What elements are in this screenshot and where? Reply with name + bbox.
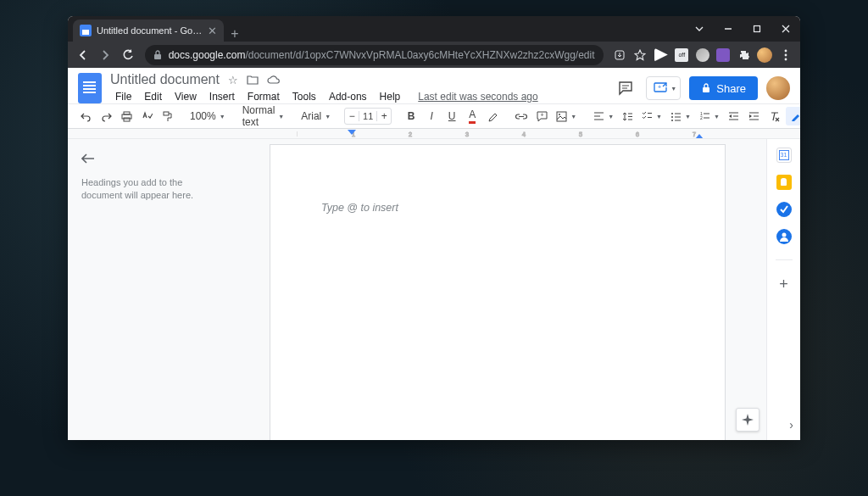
menu-format[interactable]: Format bbox=[242, 89, 285, 104]
font-size-increase[interactable]: + bbox=[377, 110, 391, 122]
menu-help[interactable]: Help bbox=[375, 89, 406, 104]
print-button[interactable] bbox=[117, 107, 136, 125]
present-button[interactable]: + ▼ bbox=[646, 76, 681, 100]
svg-text:6: 6 bbox=[636, 131, 640, 138]
comment-history-button[interactable] bbox=[614, 76, 637, 100]
menu-bar: File Edit View Insert Format Tools Add-o… bbox=[110, 88, 614, 105]
menu-tools[interactable]: Tools bbox=[287, 89, 321, 104]
back-button[interactable] bbox=[73, 44, 93, 66]
insert-link-button[interactable] bbox=[512, 107, 531, 125]
redo-button[interactable] bbox=[97, 107, 115, 125]
chrome-menu-button[interactable] bbox=[776, 44, 796, 66]
address-bar: docs.google.com/document/d/1opxC7WNvxVpR… bbox=[68, 42, 800, 68]
bookmark-star-icon[interactable] bbox=[631, 44, 650, 66]
star-document-icon[interactable]: ☆ bbox=[228, 74, 238, 86]
tab-strip: Untitled document - Google Doc ✕ + bbox=[68, 16, 800, 42]
url-host: docs.google.com bbox=[169, 49, 246, 61]
account-avatar[interactable] bbox=[766, 76, 790, 100]
clear-formatting-button[interactable] bbox=[765, 107, 784, 125]
svg-point-29 bbox=[671, 116, 673, 118]
page-area: Type @ to insert bbox=[229, 139, 766, 440]
font-dropdown[interactable]: Arial▼ bbox=[298, 107, 334, 125]
tasks-app-icon[interactable] bbox=[776, 202, 792, 217]
forward-button[interactable] bbox=[95, 44, 115, 66]
tab-search-button[interactable] bbox=[685, 16, 714, 42]
font-size-control: − 11 + bbox=[344, 108, 392, 125]
extension-4-icon[interactable] bbox=[714, 44, 733, 66]
font-size-decrease[interactable]: − bbox=[345, 110, 359, 122]
maximize-button[interactable] bbox=[743, 16, 771, 42]
move-document-icon[interactable] bbox=[247, 75, 259, 85]
lock-icon bbox=[701, 83, 711, 93]
keep-app-icon[interactable] bbox=[776, 175, 792, 190]
browser-tab[interactable]: Untitled document - Google Doc ✕ bbox=[73, 20, 224, 42]
docs-favicon-icon bbox=[80, 25, 92, 36]
menu-view[interactable]: View bbox=[170, 89, 202, 104]
svg-text:+: + bbox=[540, 111, 543, 117]
svg-point-28 bbox=[671, 113, 673, 114]
close-window-button[interactable] bbox=[771, 16, 800, 42]
editing-mode-button[interactable]: ▼ bbox=[786, 107, 800, 125]
extension-2-icon[interactable]: off bbox=[672, 44, 692, 66]
increase-indent-button[interactable] bbox=[745, 107, 764, 125]
underline-button[interactable]: U bbox=[442, 107, 461, 125]
spellcheck-button[interactable] bbox=[137, 107, 156, 125]
checklist-button[interactable]: ▼ bbox=[638, 107, 665, 125]
decrease-indent-button[interactable] bbox=[725, 107, 743, 125]
close-tab-button[interactable]: ✕ bbox=[208, 25, 217, 37]
docs-body: Headings you add to the document will ap… bbox=[68, 139, 800, 440]
hide-side-panel-button[interactable]: › bbox=[789, 418, 793, 432]
highlight-button[interactable] bbox=[483, 107, 502, 125]
menu-addons[interactable]: Add-ons bbox=[324, 89, 372, 104]
svg-rect-1 bbox=[754, 26, 760, 32]
omnibox[interactable]: docs.google.com/document/d/1opxC7WNvxVpR… bbox=[145, 45, 604, 65]
contacts-app-icon[interactable] bbox=[776, 229, 792, 244]
extension-1-icon[interactable] bbox=[652, 44, 671, 66]
cloud-status-icon[interactable] bbox=[267, 75, 281, 85]
new-tab-button[interactable]: + bbox=[224, 26, 246, 42]
style-dropdown[interactable]: Normal text▼ bbox=[239, 107, 288, 125]
explore-button[interactable] bbox=[736, 408, 760, 432]
insert-image-button[interactable]: ▼ bbox=[553, 107, 580, 125]
bulleted-list-button[interactable]: ▼ bbox=[667, 107, 694, 125]
reload-button[interactable] bbox=[117, 44, 137, 66]
get-addons-button[interactable]: + bbox=[779, 276, 788, 293]
horizontal-ruler[interactable]: 1 2 3 4 5 6 7 bbox=[68, 129, 800, 139]
line-spacing-button[interactable] bbox=[619, 107, 637, 125]
document-page[interactable]: Type @ to insert bbox=[270, 144, 726, 440]
menu-insert[interactable]: Insert bbox=[204, 89, 240, 104]
calendar-app-icon[interactable]: 31 bbox=[776, 148, 792, 163]
paint-format-button[interactable] bbox=[158, 107, 176, 125]
docs-logo-icon[interactable] bbox=[78, 73, 102, 103]
outline-close-button[interactable] bbox=[81, 153, 215, 164]
docs-toolbar: 100%▼ Normal text▼ Arial▼ − 11 + B I U A… bbox=[68, 103, 800, 129]
svg-point-4 bbox=[784, 49, 787, 52]
install-app-icon[interactable] bbox=[610, 44, 630, 66]
svg-point-6 bbox=[784, 58, 787, 60]
svg-point-59 bbox=[782, 233, 786, 237]
url-path: /document/d/1opxC7WNvxVpRMAL0axy6cMHteYc… bbox=[245, 49, 594, 61]
last-edit-link[interactable]: Last edit was seconds ago bbox=[418, 91, 537, 103]
svg-rect-12 bbox=[703, 87, 709, 92]
svg-rect-18 bbox=[557, 112, 566, 121]
profile-button[interactable] bbox=[755, 44, 775, 66]
extension-3-icon[interactable] bbox=[693, 44, 713, 66]
svg-text:5: 5 bbox=[579, 131, 583, 138]
svg-rect-2 bbox=[154, 54, 161, 59]
undo-button[interactable] bbox=[76, 107, 95, 125]
numbered-list-button[interactable]: 12▼ bbox=[696, 107, 723, 125]
menu-edit[interactable]: Edit bbox=[139, 89, 167, 104]
insert-comment-button[interactable]: + bbox=[532, 107, 551, 125]
font-size-value[interactable]: 11 bbox=[359, 111, 377, 121]
align-button[interactable]: ▼ bbox=[590, 107, 617, 125]
share-button[interactable]: Share bbox=[689, 76, 758, 100]
lock-icon bbox=[153, 50, 162, 60]
extensions-menu-icon[interactable] bbox=[735, 44, 754, 66]
bold-button[interactable]: B bbox=[402, 107, 420, 125]
text-color-button[interactable]: A bbox=[463, 107, 481, 125]
italic-button[interactable]: I bbox=[422, 107, 441, 125]
document-title[interactable]: Untitled document bbox=[110, 72, 220, 87]
menu-file[interactable]: File bbox=[110, 89, 136, 104]
zoom-dropdown[interactable]: 100%▼ bbox=[186, 107, 229, 125]
minimize-button[interactable] bbox=[714, 16, 743, 42]
